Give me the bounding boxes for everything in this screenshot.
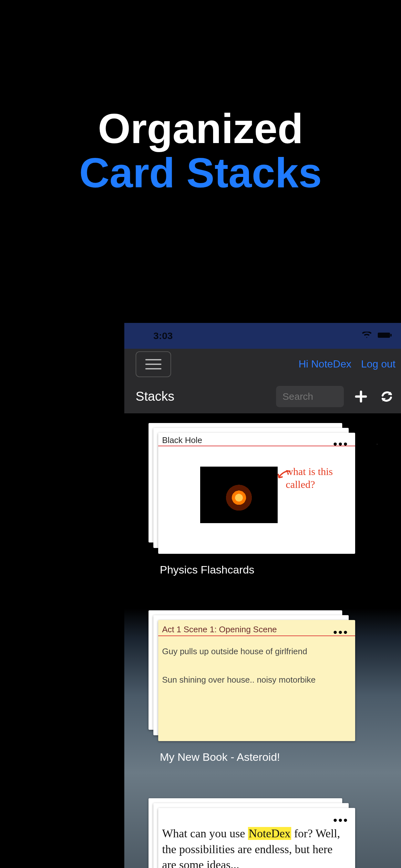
card-image <box>200 467 278 523</box>
handwritten-annotation: what is this called? <box>286 465 355 491</box>
device-frame: 3:03 Hi NoteDex Log out Stacks <box>124 323 401 868</box>
card-body-line: Sun shining over house.. noisy motorbike <box>162 673 349 687</box>
stack-label: Physics Flashcards <box>160 563 374 576</box>
card-body-line: Guy pulls up outside house of girlfriend <box>162 644 349 658</box>
svg-rect-0 <box>378 333 390 338</box>
card-text: What can you use <box>162 827 248 840</box>
stack-item[interactable]: Act 1 Scene 1: Opening Scene ••• Guy pul… <box>152 620 374 764</box>
battery-icon <box>377 332 392 340</box>
svg-rect-1 <box>390 334 392 337</box>
card-stack[interactable]: Black Hole ••• what is this called? <box>158 433 355 554</box>
status-time: 3:03 <box>153 330 173 341</box>
top-nav: Hi NoteDex Log out <box>124 349 401 379</box>
logout-link[interactable]: Log out <box>361 358 396 370</box>
card-menu-icon[interactable]: ••• <box>333 438 349 450</box>
hero-line-2: Card Stacks <box>0 151 401 195</box>
card-body: What can you use NoteDex for? Well, the … <box>162 826 349 868</box>
page-title: Stacks <box>135 389 174 404</box>
card-stack[interactable]: Act 1 Scene 1: Opening Scene ••• Guy pul… <box>158 620 355 741</box>
search-input[interactable] <box>276 386 344 407</box>
add-button[interactable] <box>352 388 370 405</box>
card-body: Guy pulls up outside house of girlfriend… <box>162 644 349 687</box>
greeting-link[interactable]: Hi NoteDex <box>299 358 351 370</box>
stack-item[interactable]: ••• What can you use NoteDex for? Well, … <box>152 808 374 868</box>
toolbar: Stacks <box>124 379 401 413</box>
menu-button[interactable] <box>135 351 171 377</box>
card-menu-icon[interactable]: ••• <box>333 814 349 826</box>
marketing-hero: Organized Card Stacks <box>0 106 401 195</box>
card-menu-icon[interactable]: ••• <box>333 626 349 639</box>
sync-button[interactable] <box>378 388 396 405</box>
card-title: Black Hole <box>162 435 202 445</box>
status-bar: 3:03 <box>124 323 401 349</box>
hero-line-1: Organized <box>0 106 401 151</box>
stack-label: My New Book - Asteroid! <box>160 751 374 764</box>
content-area[interactable]: Black Hole ••• what is this called? Phys… <box>124 413 401 868</box>
card-stack[interactable]: ••• What can you use NoteDex for? Well, … <box>158 808 355 868</box>
stack-item[interactable]: Black Hole ••• what is this called? Phys… <box>152 433 374 576</box>
wifi-icon <box>362 332 372 340</box>
card-title: Act 1 Scene 1: Opening Scene <box>162 624 277 634</box>
card-highlight: NoteDex <box>248 827 291 840</box>
